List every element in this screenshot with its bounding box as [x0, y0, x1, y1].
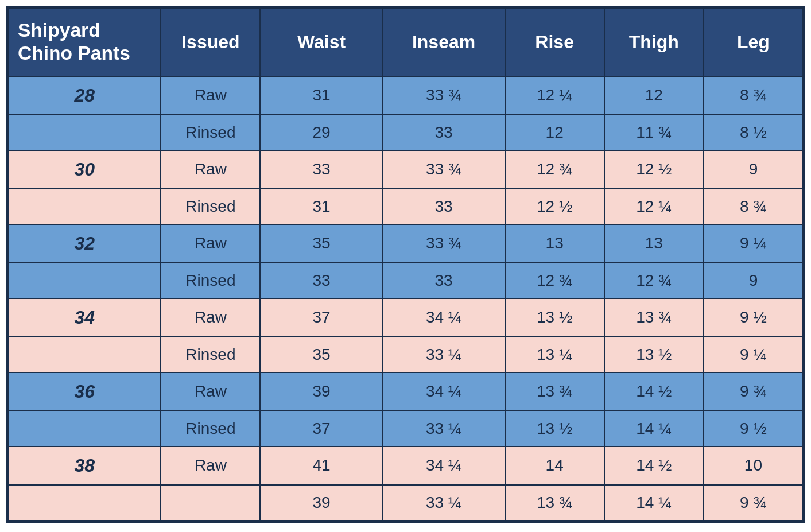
issued-value: Raw [161, 150, 260, 189]
table-row: 3933 ¼13 ¾14 ¼9 ¾ [8, 485, 803, 521]
size-label [8, 411, 161, 446]
size-label: 32 [8, 224, 161, 263]
inseam-value: 34 ¼ [383, 372, 505, 411]
waist-value: 37 [260, 411, 382, 446]
table-row: 32Raw3533 ¾13139 ¼ [8, 224, 803, 263]
issued-value: Raw [161, 224, 260, 263]
table-row: 28Raw3133 ¾12 ¼128 ¾ [8, 76, 803, 115]
issued-value [161, 485, 260, 521]
inseam-value: 33 ¼ [383, 485, 505, 521]
waist-value: 35 [260, 224, 382, 263]
thigh-value: 12 ½ [604, 150, 704, 189]
inseam-value: 33 [383, 189, 505, 224]
inseam-value: 33 [383, 263, 505, 298]
table-row: 30Raw3333 ¾12 ¾12 ½9 [8, 150, 803, 189]
rise-value: 13 ¾ [505, 485, 604, 521]
waist-value: 39 [260, 372, 382, 411]
leg-value: 8 ½ [704, 115, 803, 150]
leg-value: 9 ½ [704, 411, 803, 446]
waist-value: 39 [260, 485, 382, 521]
size-label: 34 [8, 298, 161, 337]
size-label [8, 337, 161, 372]
waist-value: 31 [260, 189, 382, 224]
thigh-value: 13 ½ [604, 337, 704, 372]
rise-value: 13 ½ [505, 411, 604, 446]
leg-value: 9 [704, 150, 803, 189]
header-waist: Waist [260, 8, 382, 76]
inseam-value: 34 ¼ [383, 298, 505, 337]
waist-value: 33 [260, 150, 382, 189]
rise-value: 12 ¾ [505, 263, 604, 298]
issued-value: Raw [161, 372, 260, 411]
rise-value: 13 [505, 224, 604, 263]
table-row: Rinsed29331211 ¾8 ½ [8, 115, 803, 150]
inseam-value: 33 ¾ [383, 150, 505, 189]
thigh-value: 12 [604, 76, 704, 115]
rise-value: 12 [505, 115, 604, 150]
issued-value: Rinsed [161, 263, 260, 298]
issued-value: Raw [161, 76, 260, 115]
rise-value: 13 ½ [505, 298, 604, 337]
rise-value: 13 ¼ [505, 337, 604, 372]
thigh-value: 13 ¾ [604, 298, 704, 337]
header-row: Shipyard Chino Pants Issued Waist Inseam… [8, 8, 803, 76]
header-leg: Leg [704, 8, 803, 76]
inseam-value: 33 [383, 115, 505, 150]
issued-value: Rinsed [161, 411, 260, 446]
issued-value: Raw [161, 446, 260, 485]
thigh-value: 14 ¼ [604, 411, 704, 446]
leg-value: 9 [704, 263, 803, 298]
thigh-value: 13 [604, 224, 704, 263]
rise-value: 14 [505, 446, 604, 485]
table-row: Rinsed313312 ½12 ¼8 ¾ [8, 189, 803, 224]
thigh-value: 12 ¼ [604, 189, 704, 224]
table-row: Rinsed333312 ¾12 ¾9 [8, 263, 803, 298]
waist-value: 31 [260, 76, 382, 115]
leg-value: 9 ¼ [704, 337, 803, 372]
rise-value: 12 ¼ [505, 76, 604, 115]
thigh-value: 11 ¾ [604, 115, 704, 150]
waist-value: 37 [260, 298, 382, 337]
table-row: 38Raw4134 ¼1414 ½10 [8, 446, 803, 485]
leg-value: 8 ¾ [704, 189, 803, 224]
size-label: 28 [8, 76, 161, 115]
header-inseam: Inseam [383, 8, 505, 76]
thigh-value: 14 ½ [604, 446, 704, 485]
thigh-value: 14 ½ [604, 372, 704, 411]
leg-value: 9 ¾ [704, 372, 803, 411]
leg-value: 9 ½ [704, 298, 803, 337]
header-thigh: Thigh [604, 8, 704, 76]
leg-value: 9 ¾ [704, 485, 803, 521]
size-label [8, 189, 161, 224]
size-chart-wrapper: Shipyard Chino Pants Issued Waist Inseam… [6, 6, 805, 523]
leg-value: 8 ¾ [704, 76, 803, 115]
table-row: Rinsed3533 ¼13 ¼13 ½9 ¼ [8, 337, 803, 372]
waist-value: 41 [260, 446, 382, 485]
thigh-value: 12 ¾ [604, 263, 704, 298]
size-label [8, 485, 161, 521]
waist-value: 33 [260, 263, 382, 298]
issued-value: Rinsed [161, 189, 260, 224]
waist-value: 35 [260, 337, 382, 372]
size-label [8, 115, 161, 150]
header-rise: Rise [505, 8, 604, 76]
waist-value: 29 [260, 115, 382, 150]
inseam-value: 34 ¼ [383, 446, 505, 485]
header-issued: Issued [161, 8, 260, 76]
table-row: Rinsed3733 ¼13 ½14 ¼9 ½ [8, 411, 803, 446]
issued-value: Rinsed [161, 337, 260, 372]
size-label: 38 [8, 446, 161, 485]
inseam-value: 33 ¾ [383, 224, 505, 263]
issued-value: Rinsed [161, 115, 260, 150]
size-chart-table: Shipyard Chino Pants Issued Waist Inseam… [7, 7, 804, 521]
size-label [8, 263, 161, 298]
size-label: 36 [8, 372, 161, 411]
table-row: 36Raw3934 ¼13 ¾14 ½9 ¾ [8, 372, 803, 411]
table-row: 34Raw3734 ¼13 ½13 ¾9 ½ [8, 298, 803, 337]
thigh-value: 14 ¼ [604, 485, 704, 521]
issued-value: Raw [161, 298, 260, 337]
rise-value: 13 ¾ [505, 372, 604, 411]
inseam-value: 33 ¼ [383, 337, 505, 372]
leg-value: 10 [704, 446, 803, 485]
rise-value: 12 ½ [505, 189, 604, 224]
